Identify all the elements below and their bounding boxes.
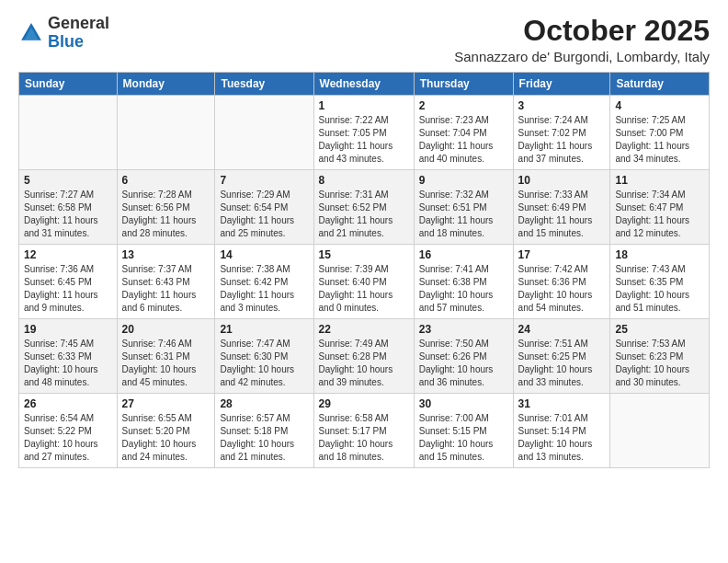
col-saturday: Saturday bbox=[610, 73, 710, 96]
day-info: Sunrise: 7:23 AM Sunset: 7:04 PM Dayligh… bbox=[419, 114, 508, 166]
day-info: Sunrise: 7:01 AM Sunset: 5:14 PM Dayligh… bbox=[518, 412, 606, 464]
day-number: 18 bbox=[615, 248, 704, 261]
day-number: 7 bbox=[220, 174, 308, 187]
day-info: Sunrise: 7:28 AM Sunset: 6:56 PM Dayligh… bbox=[122, 189, 210, 240]
day-info: Sunrise: 7:39 AM Sunset: 6:40 PM Dayligh… bbox=[319, 263, 409, 315]
table-row: 11Sunrise: 7:34 AM Sunset: 6:47 PM Dayli… bbox=[610, 170, 710, 245]
table-row: 2Sunrise: 7:23 AM Sunset: 7:04 PM Daylig… bbox=[414, 96, 513, 170]
table-row: 21Sunrise: 7:47 AM Sunset: 6:30 PM Dayli… bbox=[215, 319, 313, 394]
title-block: October 2025 Sannazzaro de' Burgondi, Lo… bbox=[454, 15, 710, 64]
day-number: 11 bbox=[615, 174, 704, 187]
table-row: 20Sunrise: 7:46 AM Sunset: 6:31 PM Dayli… bbox=[117, 319, 215, 394]
day-number: 17 bbox=[518, 248, 606, 261]
day-info: Sunrise: 7:38 AM Sunset: 6:42 PM Dayligh… bbox=[220, 263, 308, 315]
day-info: Sunrise: 7:36 AM Sunset: 6:45 PM Dayligh… bbox=[24, 263, 112, 315]
day-number: 27 bbox=[122, 397, 210, 410]
day-info: Sunrise: 6:58 AM Sunset: 5:17 PM Dayligh… bbox=[319, 412, 409, 464]
day-number: 8 bbox=[319, 174, 409, 187]
calendar-week-row: 5Sunrise: 7:27 AM Sunset: 6:58 PM Daylig… bbox=[19, 170, 710, 245]
table-row: 28Sunrise: 6:57 AM Sunset: 5:18 PM Dayli… bbox=[215, 394, 313, 468]
day-number: 16 bbox=[419, 248, 508, 261]
day-info: Sunrise: 7:43 AM Sunset: 6:35 PM Dayligh… bbox=[615, 263, 704, 315]
day-number: 28 bbox=[220, 397, 308, 410]
page: General Blue October 2025 Sannazzaro de'… bbox=[0, 0, 728, 563]
logo-blue: Blue bbox=[48, 32, 84, 51]
logo-text: General Blue bbox=[48, 15, 109, 52]
day-info: Sunrise: 6:54 AM Sunset: 5:22 PM Dayligh… bbox=[24, 412, 112, 464]
day-info: Sunrise: 7:46 AM Sunset: 6:31 PM Dayligh… bbox=[122, 338, 210, 389]
day-info: Sunrise: 7:49 AM Sunset: 6:28 PM Dayligh… bbox=[319, 338, 409, 389]
day-number: 26 bbox=[24, 397, 112, 410]
day-info: Sunrise: 7:34 AM Sunset: 6:47 PM Dayligh… bbox=[615, 189, 704, 240]
location-title: Sannazzaro de' Burgondi, Lombardy, Italy bbox=[454, 49, 710, 64]
table-row: 30Sunrise: 7:00 AM Sunset: 5:15 PM Dayli… bbox=[414, 394, 513, 468]
day-info: Sunrise: 7:27 AM Sunset: 6:58 PM Dayligh… bbox=[24, 189, 112, 240]
table-row: 23Sunrise: 7:50 AM Sunset: 6:26 PM Dayli… bbox=[414, 319, 513, 394]
table-row: 13Sunrise: 7:37 AM Sunset: 6:43 PM Dayli… bbox=[117, 245, 215, 319]
table-row: 15Sunrise: 7:39 AM Sunset: 6:40 PM Dayli… bbox=[313, 245, 414, 319]
day-number: 9 bbox=[419, 174, 508, 187]
day-number: 20 bbox=[122, 323, 210, 336]
logo-icon bbox=[18, 20, 44, 46]
day-number: 3 bbox=[518, 99, 606, 112]
col-monday: Monday bbox=[117, 73, 215, 96]
day-info: Sunrise: 7:47 AM Sunset: 6:30 PM Dayligh… bbox=[220, 338, 308, 389]
table-row: 14Sunrise: 7:38 AM Sunset: 6:42 PM Dayli… bbox=[215, 245, 313, 319]
table-row: 19Sunrise: 7:45 AM Sunset: 6:33 PM Dayli… bbox=[19, 319, 118, 394]
table-row: 16Sunrise: 7:41 AM Sunset: 6:38 PM Dayli… bbox=[414, 245, 513, 319]
logo-general: General bbox=[48, 14, 109, 32]
day-number: 31 bbox=[518, 397, 606, 410]
day-info: Sunrise: 7:29 AM Sunset: 6:54 PM Dayligh… bbox=[220, 189, 308, 240]
day-number: 15 bbox=[319, 248, 409, 261]
day-info: Sunrise: 7:51 AM Sunset: 6:25 PM Dayligh… bbox=[518, 338, 606, 389]
col-sunday: Sunday bbox=[19, 73, 118, 96]
day-info: Sunrise: 7:25 AM Sunset: 7:00 PM Dayligh… bbox=[615, 114, 704, 166]
day-info: Sunrise: 7:41 AM Sunset: 6:38 PM Dayligh… bbox=[419, 263, 508, 315]
calendar-week-row: 26Sunrise: 6:54 AM Sunset: 5:22 PM Dayli… bbox=[19, 394, 710, 468]
day-info: Sunrise: 6:55 AM Sunset: 5:20 PM Dayligh… bbox=[122, 412, 210, 464]
col-tuesday: Tuesday bbox=[215, 73, 313, 96]
day-info: Sunrise: 7:22 AM Sunset: 7:05 PM Dayligh… bbox=[319, 114, 409, 166]
day-number: 13 bbox=[122, 248, 210, 261]
day-info: Sunrise: 7:32 AM Sunset: 6:51 PM Dayligh… bbox=[419, 189, 508, 240]
day-number: 21 bbox=[220, 323, 308, 336]
table-row: 7Sunrise: 7:29 AM Sunset: 6:54 PM Daylig… bbox=[215, 170, 313, 245]
calendar-table: Sunday Monday Tuesday Wednesday Thursday… bbox=[18, 72, 710, 468]
day-info: Sunrise: 7:53 AM Sunset: 6:23 PM Dayligh… bbox=[615, 338, 704, 389]
day-info: Sunrise: 7:31 AM Sunset: 6:52 PM Dayligh… bbox=[319, 189, 409, 240]
calendar-header-row: Sunday Monday Tuesday Wednesday Thursday… bbox=[19, 73, 710, 96]
day-number: 10 bbox=[518, 174, 606, 187]
calendar-week-row: 12Sunrise: 7:36 AM Sunset: 6:45 PM Dayli… bbox=[19, 245, 710, 319]
table-row: 27Sunrise: 6:55 AM Sunset: 5:20 PM Dayli… bbox=[117, 394, 215, 468]
day-info: Sunrise: 7:45 AM Sunset: 6:33 PM Dayligh… bbox=[24, 338, 112, 389]
table-row: 26Sunrise: 6:54 AM Sunset: 5:22 PM Dayli… bbox=[19, 394, 118, 468]
day-number: 6 bbox=[122, 174, 210, 187]
table-row bbox=[117, 96, 215, 170]
table-row: 18Sunrise: 7:43 AM Sunset: 6:35 PM Dayli… bbox=[610, 245, 710, 319]
day-number: 4 bbox=[615, 99, 704, 112]
table-row: 29Sunrise: 6:58 AM Sunset: 5:17 PM Dayli… bbox=[313, 394, 414, 468]
header: General Blue October 2025 Sannazzaro de'… bbox=[18, 15, 710, 64]
day-number: 24 bbox=[518, 323, 606, 336]
table-row: 8Sunrise: 7:31 AM Sunset: 6:52 PM Daylig… bbox=[313, 170, 414, 245]
day-number: 29 bbox=[319, 397, 409, 410]
day-info: Sunrise: 6:57 AM Sunset: 5:18 PM Dayligh… bbox=[220, 412, 308, 464]
table-row: 22Sunrise: 7:49 AM Sunset: 6:28 PM Dayli… bbox=[313, 319, 414, 394]
day-info: Sunrise: 7:42 AM Sunset: 6:36 PM Dayligh… bbox=[518, 263, 606, 315]
table-row: 25Sunrise: 7:53 AM Sunset: 6:23 PM Dayli… bbox=[610, 319, 710, 394]
day-info: Sunrise: 7:24 AM Sunset: 7:02 PM Dayligh… bbox=[518, 114, 606, 166]
day-info: Sunrise: 7:00 AM Sunset: 5:15 PM Dayligh… bbox=[419, 412, 508, 464]
day-number: 30 bbox=[419, 397, 508, 410]
day-info: Sunrise: 7:37 AM Sunset: 6:43 PM Dayligh… bbox=[122, 263, 210, 315]
table-row: 17Sunrise: 7:42 AM Sunset: 6:36 PM Dayli… bbox=[513, 245, 610, 319]
day-info: Sunrise: 7:33 AM Sunset: 6:49 PM Dayligh… bbox=[518, 189, 606, 240]
table-row bbox=[215, 96, 313, 170]
day-number: 14 bbox=[220, 248, 308, 261]
table-row: 9Sunrise: 7:32 AM Sunset: 6:51 PM Daylig… bbox=[414, 170, 513, 245]
table-row: 12Sunrise: 7:36 AM Sunset: 6:45 PM Dayli… bbox=[19, 245, 118, 319]
month-title: October 2025 bbox=[454, 15, 710, 47]
table-row: 10Sunrise: 7:33 AM Sunset: 6:49 PM Dayli… bbox=[513, 170, 610, 245]
logo: General Blue bbox=[18, 15, 109, 52]
calendar-week-row: 1Sunrise: 7:22 AM Sunset: 7:05 PM Daylig… bbox=[19, 96, 710, 170]
day-number: 23 bbox=[419, 323, 508, 336]
